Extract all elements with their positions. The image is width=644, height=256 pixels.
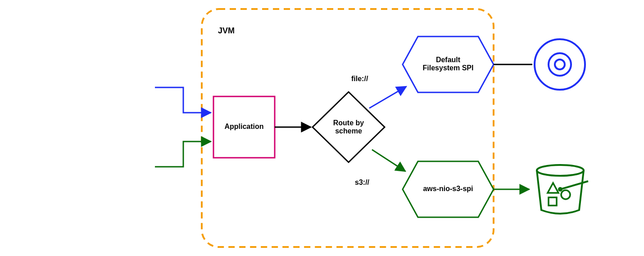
defaultfs-label: Default Filesystem SPI (404, 56, 492, 72)
disk-icon (535, 39, 585, 90)
svg-point-3 (537, 165, 584, 176)
svg-point-0 (535, 39, 585, 90)
svg-point-5 (558, 187, 562, 192)
s3spi-label: aws-nio-s3-spi (404, 185, 492, 193)
file-scheme-label: file:// (351, 75, 368, 83)
router-to-s3spi-arrow (372, 150, 405, 171)
bucket-icon (537, 165, 588, 214)
jvm-label: JVM (218, 26, 235, 36)
router-label: Route by scheme (322, 119, 376, 135)
defaultfs-label-line1: Default (436, 56, 460, 64)
svg-point-7 (561, 190, 570, 199)
defaultfs-label-line2: Filesystem SPI (423, 64, 474, 72)
svg-rect-8 (549, 197, 557, 206)
s3-scheme-label: s3:// (355, 178, 369, 187)
svg-line-4 (560, 181, 588, 189)
router-label-line1: Route by (333, 119, 364, 127)
application-label: Application (213, 123, 275, 131)
router-to-defaultfs-arrow (369, 87, 406, 108)
svg-point-1 (549, 53, 571, 76)
router-label-line2: scheme (335, 127, 362, 135)
svg-point-2 (555, 59, 565, 69)
svg-marker-6 (548, 183, 558, 193)
